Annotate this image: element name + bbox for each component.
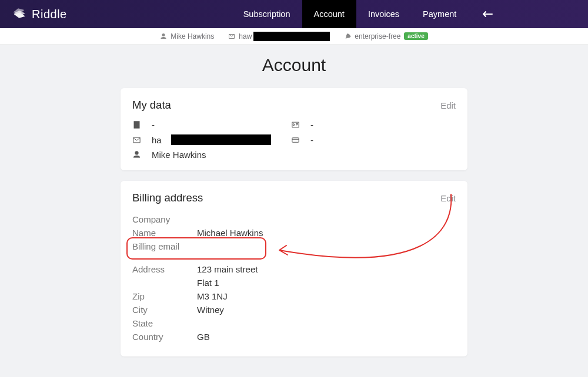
nav-invoices[interactable]: Invoices — [356, 0, 411, 28]
mydata-title: My data — [132, 99, 171, 112]
billing-title: Billing address — [132, 191, 203, 204]
mydata-email: ha — [132, 134, 291, 145]
mydata-name: Mike Hawkins — [132, 150, 291, 160]
nav-tabs: Subscription Account Invoices Payment — [232, 0, 507, 28]
rocket-icon — [344, 33, 351, 40]
user-icon — [160, 33, 167, 40]
summary-email: haw — [228, 32, 330, 41]
mydata-card: My data Edit - - ha - Mike Hawkins — [121, 88, 467, 170]
nav-payment[interactable]: Payment — [411, 0, 468, 28]
mydata-company-value: - — [152, 120, 155, 130]
summary-plan: enterprise-free active — [344, 32, 427, 41]
label-address: Address — [132, 264, 197, 274]
back-arrow-icon[interactable] — [468, 0, 507, 28]
idcard-icon — [291, 120, 300, 129]
summary-user-name: Mike Hawkins — [171, 32, 214, 41]
user-icon — [132, 150, 141, 159]
billing-card: Billing address Edit Company NameMichael… — [121, 181, 467, 356]
summary-email-prefix: haw — [239, 32, 252, 41]
top-nav: Riddle Subscription Account Invoices Pay… — [0, 0, 588, 28]
nav-account[interactable]: Account — [302, 0, 356, 28]
mydata-card-value: - — [310, 135, 313, 145]
brand-logo-icon — [12, 8, 27, 21]
label-company: Company — [132, 214, 197, 224]
label-city: City — [132, 305, 197, 315]
envelope-icon — [132, 136, 141, 144]
mydata-email-prefix: ha — [152, 135, 162, 145]
summary-plan-name: enterprise-free — [355, 32, 400, 41]
redacted-email-full — [171, 134, 271, 145]
value-name: Michael Hawkins — [197, 228, 263, 238]
label-billing-email: Billing email — [132, 241, 197, 251]
svg-rect-0 — [292, 137, 299, 142]
value-address-line1: 123 main street — [197, 264, 258, 274]
nav-subscription[interactable]: Subscription — [232, 0, 302, 28]
mydata-edit-button[interactable]: Edit — [440, 100, 456, 110]
brand-name: Riddle — [32, 8, 67, 21]
value-address-line2: Flat 1 — [197, 278, 219, 288]
billing-edit-button[interactable]: Edit — [440, 193, 456, 203]
page-title: Account — [0, 55, 588, 75]
label-state: State — [132, 318, 197, 328]
label-zip: Zip — [132, 291, 197, 301]
summary-user: Mike Hawkins — [160, 32, 214, 41]
account-summary-bar: Mike Hawkins haw enterprise-free active — [0, 28, 588, 45]
creditcard-icon — [291, 136, 300, 144]
mydata-name-value: Mike Hawkins — [152, 150, 206, 160]
mydata-id: - — [291, 120, 450, 130]
brand[interactable]: Riddle — [12, 8, 67, 21]
status-badge: active — [404, 32, 427, 40]
value-zip: M3 1NJ — [197, 291, 228, 301]
label-country: Country — [132, 332, 197, 342]
value-country: GB — [197, 332, 210, 342]
mydata-id-value: - — [310, 120, 313, 130]
mydata-company: - — [132, 120, 291, 130]
mydata-card: - — [291, 134, 450, 145]
label-name: Name — [132, 228, 197, 238]
building-icon — [132, 120, 141, 129]
redacted-email — [253, 32, 330, 41]
value-city: Witney — [197, 305, 224, 315]
envelope-icon — [228, 33, 235, 40]
